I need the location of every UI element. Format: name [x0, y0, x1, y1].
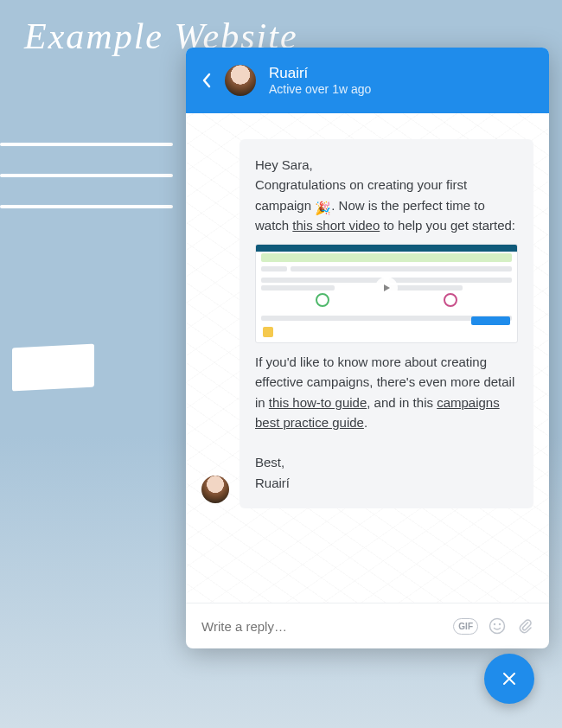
msg-text: to help you get started:	[380, 218, 515, 233]
chat-header: Ruairí Active over 1w ago	[186, 48, 549, 113]
chat-widget: Ruairí Active over 1w ago Hey Sara, Cong…	[186, 48, 549, 648]
close-chat-button[interactable]	[484, 654, 534, 704]
back-button[interactable]	[201, 73, 212, 88]
party-popper-emoji: 🎉	[315, 198, 331, 218]
video-thumbnail[interactable]	[255, 244, 518, 343]
smiley-icon	[489, 617, 506, 635]
background-decoration-box	[12, 344, 94, 392]
agent-status: Active over 1w ago	[269, 82, 371, 96]
reply-input[interactable]	[201, 619, 443, 634]
message-bubble: Hey Sara, Congratulations on creating yo…	[239, 139, 533, 508]
agent-name: Ruairí	[269, 65, 371, 82]
howto-link[interactable]: this how-to guide	[269, 395, 367, 410]
msg-signature: Ruairí	[255, 476, 290, 490]
msg-text: .	[364, 415, 367, 430]
msg-signoff: Best,	[255, 455, 284, 469]
play-icon	[375, 277, 398, 299]
chevron-left-icon	[201, 73, 212, 88]
msg-greeting: Hey Sara,	[255, 157, 313, 172]
background-decoration	[0, 143, 173, 236]
svg-point-0	[490, 619, 505, 634]
video-link[interactable]: this short video	[292, 218, 380, 233]
chat-footer: GIF	[186, 603, 549, 648]
svg-point-2	[499, 623, 501, 625]
close-icon	[501, 670, 518, 687]
chat-messages-area[interactable]: Hey Sara, Congratulations on creating yo…	[186, 113, 549, 603]
msg-text: , and in this	[367, 395, 437, 410]
agent-avatar	[225, 65, 256, 96]
emoji-button[interactable]	[489, 617, 506, 635]
svg-point-1	[494, 623, 495, 625]
message-avatar	[201, 476, 229, 503]
message-row: Hey Sara, Congratulations on creating yo…	[201, 139, 533, 508]
gif-button[interactable]: GIF	[453, 618, 478, 635]
paperclip-icon	[516, 617, 533, 635]
attachment-button[interactable]	[516, 617, 533, 635]
